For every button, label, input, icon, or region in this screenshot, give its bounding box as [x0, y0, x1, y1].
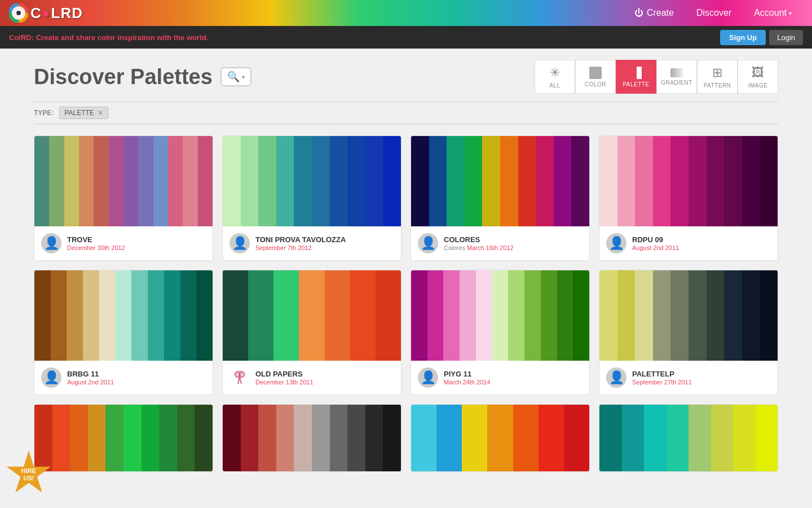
person-icon: 👤	[609, 371, 624, 384]
tab-palette[interactable]: PALETTE	[616, 60, 656, 94]
palette-card-toni-prova[interactable]: 👤TONI PROVA TAVOLOZZASeptember 7th 2012	[222, 135, 401, 261]
person-icon: 👤	[44, 371, 59, 384]
swatch	[99, 270, 116, 361]
swatch	[670, 136, 689, 226]
tab-palette-label: PALETTE	[623, 81, 649, 87]
main-nav: ⏻ Create Discover Account ▾	[623, 0, 803, 26]
discover-nav-link[interactable]: Discover	[685, 0, 743, 26]
color-icon	[589, 67, 602, 79]
swatch	[330, 405, 348, 472]
palette-info: 👤TROVEDecember 30th 2012	[34, 226, 213, 260]
account-nav-link[interactable]: Account ▾	[743, 0, 803, 26]
palette-sub: August 2nd 2011	[67, 379, 206, 386]
swatch	[383, 136, 401, 226]
swatch	[689, 136, 707, 226]
palette-date: March 16th 2012	[467, 244, 514, 251]
swatch	[518, 136, 536, 226]
login-button[interactable]: Login	[769, 30, 803, 45]
swatch	[312, 405, 330, 472]
avatar: 👤	[41, 233, 61, 253]
palette-card-old-papers[interactable]: OLD PAPERSDecember 13th 2011	[222, 270, 401, 395]
swatch	[536, 136, 554, 226]
palette-sub: December 13th 2011	[255, 379, 394, 386]
palette-card-palettelp[interactable]: 👤PALETTELPSeptember 27th 2011	[599, 270, 778, 395]
palette-card-trove[interactable]: 👤TROVEDecember 30th 2012	[34, 135, 213, 261]
palette-sub: Colores March 16th 2012	[444, 244, 582, 251]
swatch	[756, 405, 778, 472]
tab-gradient[interactable]: GRADIENT	[656, 60, 697, 94]
swatch	[462, 405, 487, 472]
swatch	[34, 270, 51, 361]
logo[interactable]: C●LRD	[9, 3, 83, 23]
swatch	[258, 136, 276, 226]
swatch	[541, 270, 557, 361]
palette-card-rdpu09[interactable]: 👤RDPU 09August 2nd 2011	[599, 135, 778, 261]
type-tag-palette[interactable]: PALETTE ✕	[59, 107, 108, 119]
swatch	[180, 270, 197, 361]
swatch	[258, 405, 276, 472]
palette-name: TROVE	[67, 235, 206, 244]
palette-date: March 24th 2014	[444, 379, 491, 386]
swatch	[635, 136, 653, 226]
signup-button[interactable]: Sign Up	[720, 30, 766, 45]
swatch	[51, 270, 67, 361]
all-icon: ✳	[550, 65, 561, 80]
palette-name: OLD PAPERS	[255, 370, 394, 378]
swatch	[539, 405, 564, 472]
palette-card-partial4[interactable]	[599, 404, 778, 472]
swatch	[411, 270, 427, 361]
power-icon: ⏻	[634, 8, 643, 18]
swatch	[223, 136, 241, 226]
avatar: 👤	[606, 233, 626, 253]
swatch	[138, 136, 153, 226]
swatch	[711, 405, 734, 472]
palette-card-colores[interactable]: 👤COLORESColores March 16th 2012	[411, 135, 590, 261]
swatch	[294, 136, 312, 226]
swatch	[312, 136, 330, 226]
swatch	[142, 405, 160, 472]
tab-color[interactable]: COLOR	[575, 60, 616, 94]
palette-card-partial2[interactable]	[222, 404, 401, 472]
swatch	[183, 136, 197, 226]
tab-image-label: IMAGE	[748, 82, 768, 89]
swatch	[635, 270, 653, 361]
swatch	[617, 270, 636, 361]
palette-icon	[630, 67, 642, 79]
palette-card-brbg11[interactable]: 👤BRBG 11August 2nd 2011	[34, 270, 213, 395]
avatar: 👤	[606, 367, 626, 388]
tab-pattern[interactable]: ⊞ PATTERN	[697, 60, 738, 94]
palette-name: BRBG 11	[67, 370, 206, 378]
palette-card-partial1[interactable]	[34, 404, 213, 472]
swatch	[742, 136, 760, 226]
tab-image[interactable]: 🖼 IMAGE	[738, 60, 778, 94]
swatch	[653, 136, 671, 226]
swatch	[707, 136, 725, 226]
swatch	[436, 405, 462, 472]
create-nav-link[interactable]: ⏻ Create	[623, 0, 685, 26]
swatch	[164, 270, 180, 361]
swatch	[350, 270, 376, 361]
swatch	[123, 136, 138, 226]
swatch	[273, 270, 299, 361]
swatch	[52, 405, 70, 472]
palette-meta: BRBG 11August 2nd 2011	[67, 370, 206, 386]
palette-name: TONI PROVA TAVOLOZZA	[255, 235, 394, 244]
palette-card-partial3[interactable]	[411, 404, 590, 472]
swatch	[330, 136, 348, 226]
page-content: Discover Palettes 🔍 ▾ ✳ ALL COLOR PALETT…	[0, 49, 812, 508]
tab-all[interactable]: ✳ ALL	[535, 60, 575, 94]
search-box[interactable]: 🔍 ▾	[220, 67, 251, 86]
palette-date: September 7th 2012	[255, 244, 312, 251]
swatch	[411, 136, 429, 226]
palette-grid: 👤TROVEDecember 30th 2012👤TONI PROVA TAVO…	[34, 135, 778, 472]
swatch	[109, 136, 123, 226]
palette-swatches	[599, 270, 778, 361]
close-type-tag-icon[interactable]: ✕	[98, 109, 103, 117]
swatch	[198, 136, 213, 226]
palette-card-piyg11[interactable]: 👤PIYG 11March 24th 2014	[411, 270, 590, 395]
swatch	[476, 270, 492, 361]
swatch	[276, 405, 294, 472]
palette-sub: December 30th 2012	[67, 244, 206, 251]
swatch	[617, 136, 636, 226]
palette-swatches	[34, 270, 213, 361]
